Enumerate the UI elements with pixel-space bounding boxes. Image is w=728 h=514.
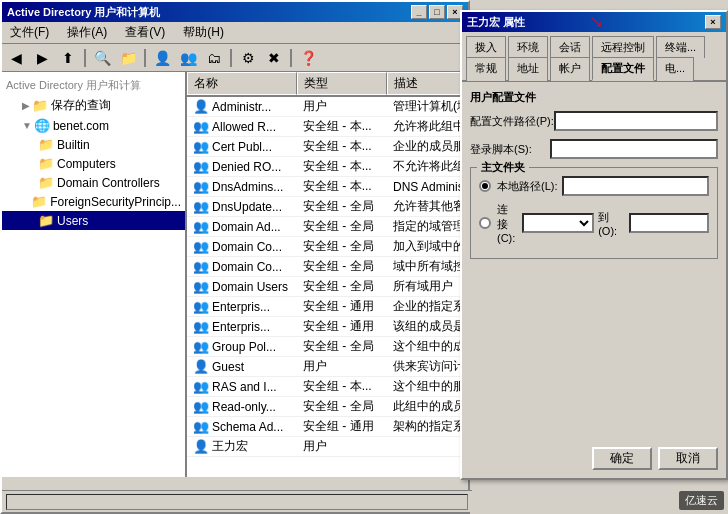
list-row[interactable]: 👥 Group Pol... 安全组 - 全局 这个组中的成员可以... xyxy=(187,337,468,357)
list-row[interactable]: 👥 Denied RO... 安全组 - 本... 不允许将此组中的成员... xyxy=(187,157,468,177)
list-row[interactable]: 👥 Domain Users 安全组 - 全局 所有域用户 xyxy=(187,277,468,297)
connect-radio[interactable] xyxy=(479,217,491,229)
list-header: 名称 类型 描述 xyxy=(187,72,468,97)
props-window-controls: × xyxy=(705,15,721,29)
main-title-bar: Active Directory 用户和计算机 _ □ × xyxy=(2,2,468,22)
content-area: Active Directory 用户和计算 ▶ 📁 保存的查询 ▼ 🌐 ben… xyxy=(2,72,468,477)
minimize-button[interactable]: _ xyxy=(411,5,427,19)
tab-env[interactable]: 环境 xyxy=(508,36,548,58)
profile-path-input[interactable] xyxy=(554,111,718,131)
ok-button[interactable]: 确定 xyxy=(592,447,652,470)
cell-type: 安全组 - 通用 xyxy=(297,317,387,336)
logon-script-input[interactable] xyxy=(550,139,718,159)
list-row[interactable]: 👥 RAS and I... 安全组 - 本... 这个组中的服务器可以... xyxy=(187,377,468,397)
tab-dialin[interactable]: 拨入 xyxy=(466,36,506,58)
connect-to-input[interactable] xyxy=(629,213,709,233)
tab-more[interactable]: 电... xyxy=(656,57,694,81)
connect-dropdown[interactable] xyxy=(522,213,594,233)
cell-type: 安全组 - 本... xyxy=(297,157,387,176)
tab-account[interactable]: 帐户 xyxy=(550,57,590,81)
tab-remote[interactable]: 远程控制 xyxy=(592,36,654,58)
tree-item-computers[interactable]: 📁 Computers xyxy=(2,154,185,173)
tree-item-dc[interactable]: 📁 Domain Controllers xyxy=(2,173,185,192)
cell-name: 👤 Administr... xyxy=(187,98,297,115)
row-icon: 👥 xyxy=(193,119,209,134)
cell-type: 安全组 - 全局 xyxy=(297,197,387,216)
list-row[interactable]: 👥 DnsUpdate... 安全组 - 全局 允许替其他客户端(如... xyxy=(187,197,468,217)
cancel-button[interactable]: 取消 xyxy=(658,447,718,470)
cell-name: 👥 Enterpris... xyxy=(187,318,297,335)
list-row[interactable]: 👤 Administr... 用户 管理计算机(域)的内置... xyxy=(187,97,468,117)
list-row[interactable]: 👥 Domain Ad... 安全组 - 全局 指定的域管理员 xyxy=(187,217,468,237)
up-button[interactable]: ⬆ xyxy=(56,47,80,69)
expand-icon[interactable]: ▶ xyxy=(22,100,30,111)
cell-name: 👥 Enterpris... xyxy=(187,298,297,315)
list-row[interactable]: 👤 王力宏 用户 xyxy=(187,437,468,457)
local-path-input[interactable] xyxy=(562,176,710,196)
menu-view[interactable]: 查看(V) xyxy=(121,22,169,43)
menu-action[interactable]: 操作(A) xyxy=(63,22,111,43)
cell-desc: 加入到域中的所有工作... xyxy=(387,237,468,256)
menu-bar: 文件(F) 操作(A) 查看(V) 帮助(H) xyxy=(2,22,468,44)
main-window-title: Active Directory 用户和计算机 xyxy=(7,5,160,20)
status-bar xyxy=(2,490,472,512)
new-user-button[interactable]: 👤 xyxy=(150,47,174,69)
list-row[interactable]: 👤 Guest 用户 供来宾访问计算机或域... xyxy=(187,357,468,377)
list-row[interactable]: 👥 Allowed R... 安全组 - 本... 允许将此组中的成员复... xyxy=(187,117,468,137)
row-icon: 👥 xyxy=(193,179,209,194)
forward-button[interactable]: ▶ xyxy=(30,47,54,69)
props-dialog: 王力宏 属性 × 拨入 环境 会话 远程控制 终端... 常规 地址 帐户 配置… xyxy=(460,10,728,480)
tab-general[interactable]: 常规 xyxy=(466,57,506,81)
list-row[interactable]: 👥 Enterpris... 安全组 - 通用 企业的指定系统管理员 xyxy=(187,297,468,317)
tab-profile[interactable]: 配置文件 xyxy=(592,57,654,81)
new-ou-button[interactable]: 🗂 xyxy=(202,47,226,69)
props-close-button[interactable]: × xyxy=(705,15,721,29)
tree-item-foreign[interactable]: 📁 ForeignSecurityPrincip... xyxy=(2,192,185,211)
delete-button[interactable]: ✖ xyxy=(262,47,286,69)
tree-item-builtin[interactable]: 📁 Builtin xyxy=(2,135,185,154)
expand-icon[interactable]: ▼ xyxy=(22,120,32,131)
cell-type: 安全组 - 全局 xyxy=(297,217,387,236)
list-row[interactable]: 👥 DnsAdmins... 安全组 - 本... DNS Administra… xyxy=(187,177,468,197)
tab-address[interactable]: 地址 xyxy=(508,57,548,81)
cell-type: 安全组 - 本... xyxy=(297,177,387,196)
folder-button[interactable]: 📁 xyxy=(116,47,140,69)
col-header-desc[interactable]: 描述 xyxy=(387,72,467,95)
list-row[interactable]: 👥 Schema Ad... 安全组 - 通用 架构的指定系统管理员 xyxy=(187,417,468,437)
local-path-radio[interactable] xyxy=(479,180,491,192)
cell-name: 👤 Guest xyxy=(187,358,297,375)
main-window: Active Directory 用户和计算机 _ □ × 文件(F) 操作(A… xyxy=(0,0,470,514)
list-row[interactable]: 👥 Cert Publ... 安全组 - 本... 企业的成员服务器和... xyxy=(187,137,468,157)
cell-type: 安全组 - 全局 xyxy=(297,397,387,416)
maximize-button[interactable]: □ xyxy=(429,5,445,19)
search-button[interactable]: 🔍 xyxy=(90,47,114,69)
col-header-name[interactable]: 名称 xyxy=(187,72,297,95)
tree-item-users[interactable]: 📁 Users xyxy=(2,211,185,230)
list-row[interactable]: 👥 Domain Co... 安全组 - 全局 加入到域中的所有工作... xyxy=(187,237,468,257)
cell-name: 👥 Domain Co... xyxy=(187,238,297,255)
new-group-button[interactable]: 👥 xyxy=(176,47,200,69)
menu-help[interactable]: 帮助(H) xyxy=(179,22,228,43)
properties-button[interactable]: ⚙ xyxy=(236,47,260,69)
tab-terminal[interactable]: 终端... xyxy=(656,36,705,58)
cell-type: 安全组 - 本... xyxy=(297,377,387,396)
logon-script-label: 登录脚本(S): xyxy=(470,142,550,157)
toolbar: ◀ ▶ ⬆ 🔍 📁 👤 👥 🗂 ⚙ ✖ ❓ xyxy=(2,44,468,72)
help-button[interactable]: ❓ xyxy=(296,47,320,69)
tree-item-foreign-label: ForeignSecurityPrincip... xyxy=(50,195,181,209)
row-icon: 👥 xyxy=(193,319,209,334)
connect-label: 连接(C): xyxy=(497,202,518,244)
list-row[interactable]: 👥 Enterpris... 安全组 - 通用 该组的成员是企业中... xyxy=(187,317,468,337)
list-row[interactable]: 👥 Domain Co... 安全组 - 全局 域中所有域控制器 xyxy=(187,257,468,277)
tab-session[interactable]: 会话 xyxy=(550,36,590,58)
list-row[interactable]: 👥 Read-only... 安全组 - 全局 此组中的成员是域中的... xyxy=(187,397,468,417)
menu-file[interactable]: 文件(F) xyxy=(6,22,53,43)
back-button[interactable]: ◀ xyxy=(4,47,28,69)
tree-item-saved[interactable]: ▶ 📁 保存的查询 xyxy=(2,95,185,116)
cell-name: 👥 Allowed R... xyxy=(187,118,297,135)
tree-item-benet[interactable]: ▼ 🌐 benet.com xyxy=(2,116,185,135)
cell-name: 👥 Group Pol... xyxy=(187,338,297,355)
row-icon: 👤 xyxy=(193,439,209,454)
col-header-type[interactable]: 类型 xyxy=(297,72,387,95)
to-label: 到(O): xyxy=(598,210,625,237)
